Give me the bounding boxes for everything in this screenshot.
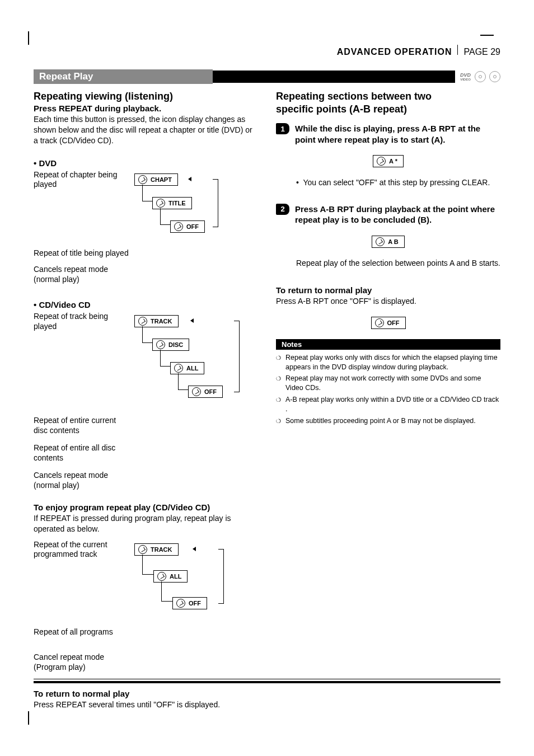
chip-off: OFF [170, 220, 205, 233]
chip-a-b: A B [372, 236, 405, 248]
cd-row1: Repeat of track being played [34, 312, 129, 331]
left-intro: Each time this button is pressed, the ic… [34, 114, 258, 146]
disc-logo-1 [475, 71, 486, 82]
step1-bullet: • You can select "OFF" at this step by p… [296, 177, 500, 188]
header-section: ADVANCED OPERATION [337, 47, 452, 57]
dvd-heading: • DVD [34, 158, 258, 168]
repeat-icon [377, 157, 386, 166]
step-1: 1 While the disc is playing, press A-B R… [276, 123, 500, 145]
chip-disc: DISC [152, 339, 189, 351]
chip-off: OFF [172, 597, 207, 609]
chip-all: ALL [153, 570, 188, 583]
repeat-icon [174, 364, 183, 373]
header-page: PAGE 29 [463, 47, 500, 57]
note-3: A-B repeat play works only within a DVD … [285, 395, 500, 414]
repeat-icon [192, 387, 201, 396]
crop-mark-tl [28, 31, 29, 45]
header-divider [457, 45, 458, 55]
dvd-row1: Repeat of chapter being played [34, 170, 129, 190]
after-step2: Repeat play of the selection between poi… [296, 258, 500, 269]
cd-row3: Repeat of entire all disc contents [34, 443, 129, 463]
note-2: Repeat play may not work correctly with … [285, 374, 500, 393]
right-heading-1: Repeating sections between two [276, 91, 500, 102]
repeat-icon [156, 340, 165, 349]
repeat-icon [156, 199, 165, 208]
prog-para: If REPEAT is pressed during program play… [34, 513, 258, 534]
step-2-text: Press A-B RPT during playback at the poi… [295, 204, 500, 226]
repeat-icon [375, 318, 384, 327]
left-subhead: Press REPEAT during playback. [34, 104, 258, 113]
right-heading-2: specific points (A-B repeat) [276, 104, 500, 115]
crop-mark-tr [480, 35, 494, 36]
repeat-icon [176, 599, 185, 608]
repeat-icon [174, 222, 183, 231]
repeat-icon [138, 317, 147, 326]
step-2: 2 Press A-B RPT during playback at the p… [276, 204, 500, 226]
left-heading: Repeating viewing (listening) [34, 91, 258, 102]
chip-track: TRACK [134, 543, 179, 556]
chip-chapt: CHAPT [134, 173, 178, 186]
notes-list: Repeat play works only with discs for wh… [276, 353, 500, 426]
note-1: Repeat play works only with discs for wh… [285, 353, 500, 372]
chip-a-star: A * [373, 155, 404, 167]
media-logos: DVD VIDEO [460, 71, 500, 82]
chip-title: TITLE [152, 197, 192, 209]
step-1-badge: 1 [276, 123, 289, 134]
prog-head: To enjoy program repeat play (CD/Video C… [34, 503, 258, 512]
repeat-icon [157, 572, 166, 581]
disc-logo-2 [489, 71, 500, 82]
repeat-icon [138, 545, 147, 554]
prog-row2: Repeat of all programs [34, 627, 129, 637]
crop-mark-bl [28, 711, 29, 725]
cd-row4: Cancels repeat mode (normal play) [34, 471, 129, 490]
left-return-head: To return to normal play [34, 689, 258, 698]
cd-row2: Repeat of entire current disc contents [34, 416, 129, 435]
repeat-icon [376, 237, 385, 246]
notes-heading: Notes [276, 339, 500, 350]
repeat-icon [138, 175, 147, 184]
chip-off: OFF [188, 386, 223, 398]
right-return-para: Press A-B RPT once "OFF" is displayed. [276, 296, 500, 307]
right-return-head: To return to normal play [276, 285, 500, 295]
prog-row3: Cancel repeat mode (Program play) [34, 652, 129, 672]
left-column: Repeating viewing (listening) Press REPE… [34, 91, 258, 716]
chip-track: TRACK [134, 315, 179, 327]
step-1-text: While the disc is playing, press A-B RPT… [295, 123, 500, 145]
chip-off-ab: OFF [371, 317, 406, 329]
dvd-row2: Repeat of title being played [34, 248, 129, 259]
cd-heading: • CD/Video CD [34, 300, 258, 309]
footer-rules [34, 679, 500, 683]
left-return-para: Press REPEAT several times until "OFF" i… [34, 699, 258, 710]
dvd-logo: DVD VIDEO [460, 72, 471, 82]
dvd-row3: Cancels repeat mode (normal play) [34, 265, 129, 284]
section-title-bar: Repeat Play DVD VIDEO [34, 71, 500, 83]
note-4: Some subtitles proceeding point A or B m… [285, 416, 476, 426]
page-header: ADVANCED OPERATION PAGE 29 [34, 45, 500, 57]
prog-row1: Repeat of the current programmed track [34, 540, 129, 560]
section-title: Repeat Play [34, 69, 213, 84]
chip-all: ALL [170, 362, 204, 374]
right-column: Repeating sections between two specific … [276, 91, 500, 716]
step-2-badge: 2 [276, 204, 289, 215]
